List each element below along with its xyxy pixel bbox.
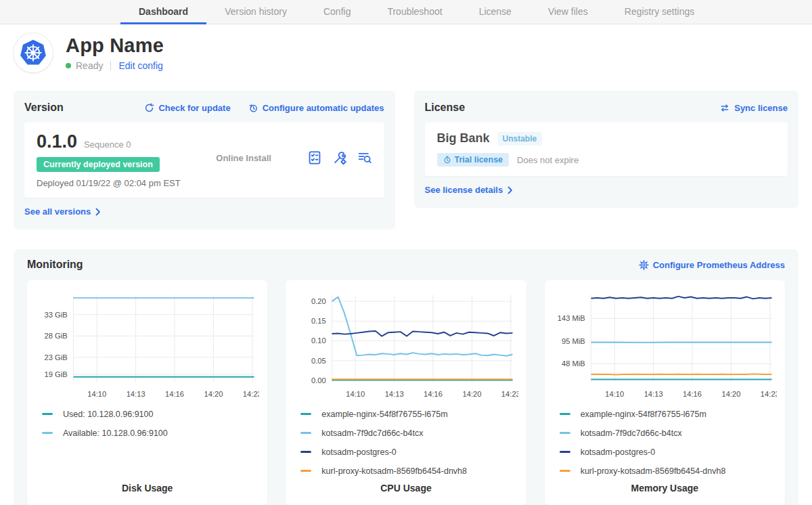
- configure-prometheus-link[interactable]: Configure Prometheus Address: [639, 260, 785, 270]
- gear-icon: [639, 260, 649, 270]
- see-license-details-link[interactable]: See license details: [425, 185, 514, 195]
- legend-label: kotsadm-7f9dc7d66c-b4tcx: [321, 429, 423, 438]
- legend-swatch: [300, 413, 311, 415]
- svg-text:48 MiB: 48 MiB: [562, 359, 585, 368]
- configure-automatic-updates-label: Configure automatic updates: [263, 103, 384, 113]
- monitoring-heading: Monitoring: [27, 259, 83, 271]
- chart-plot: 48 MiB95 MiB143 MiB14:1014:1314:1614:201…: [553, 288, 777, 402]
- license-card: License Sync license Big Bank Unstable: [414, 91, 799, 208]
- chevron-right-icon: [508, 186, 513, 194]
- edit-config-link[interactable]: Edit config: [118, 60, 162, 71]
- kubernetes-icon: [18, 37, 49, 68]
- legend-item: example-nginx-54f8f76755-l675m: [300, 405, 511, 424]
- configure-prometheus-label: Configure Prometheus Address: [653, 260, 785, 270]
- tab-registry-settings[interactable]: Registry settings: [606, 0, 713, 24]
- chart-title: CPU Usage: [294, 483, 518, 496]
- svg-text:0.15: 0.15: [311, 317, 326, 325]
- app-name: App Name: [66, 35, 164, 56]
- deployed-badge: Currently deployed version: [37, 157, 160, 172]
- legend-swatch: [300, 432, 311, 434]
- legend-label: Used: 10.128.0.96:9100: [63, 410, 153, 419]
- chart-plot: 0.000.050.100.150.2014:1014:1314:1614:20…: [294, 288, 518, 402]
- stopwatch-icon: [443, 156, 451, 164]
- legend-item: kotsadm-7f9dc7d66c-b4tcx: [300, 424, 511, 443]
- view-diff-icon[interactable]: [357, 150, 372, 165]
- monitoring-section: Monitoring Configure Prometheus Address: [14, 249, 798, 505]
- svg-text:19 GiB: 19 GiB: [45, 370, 68, 378]
- tab-troubleshoot[interactable]: Troubleshoot: [369, 0, 460, 24]
- version-number: 0.1.0: [37, 131, 77, 152]
- legend-label: kotsadm-postgres-0: [581, 447, 655, 457]
- chevron-right-icon: [95, 208, 101, 216]
- see-all-versions-label: See all versions: [24, 206, 91, 217]
- deployed-timestamp: Deployed 01/19/22 @ 02:04 pm EST: [37, 178, 181, 188]
- svg-text:28 GiB: 28 GiB: [45, 332, 68, 340]
- check-for-update-link[interactable]: Check for update: [144, 103, 230, 113]
- svg-text:14:13: 14:13: [127, 390, 145, 398]
- svg-text:14:20: 14:20: [463, 390, 482, 398]
- chart-title: Memory Usage: [553, 483, 777, 496]
- svg-text:14:23: 14:23: [243, 390, 259, 398]
- edit-config-gear-icon[interactable]: [332, 150, 347, 165]
- chart-legend: example-nginx-54f8f76755-l675mkotsadm-7f…: [553, 405, 777, 481]
- clock-refresh-icon: [248, 103, 258, 113]
- top-nav: Dashboard Version history Config Trouble…: [0, 0, 812, 24]
- legend-label: kotsadm-7f9dc7d66c-b4tcx: [581, 429, 682, 438]
- channel-badge: Unstable: [497, 132, 543, 146]
- sync-license-label: Sync license: [734, 103, 788, 113]
- legend-swatch: [300, 470, 311, 472]
- chart-plot: 19 GiB23 GiB28 GiB33 GiB14:1014:1314:161…: [35, 288, 259, 402]
- legend-label: Available: 10.128.0.96:9100: [63, 429, 168, 438]
- svg-text:0.00: 0.00: [311, 376, 326, 385]
- see-license-details-label: See license details: [425, 185, 503, 195]
- see-all-versions-link[interactable]: See all versions: [24, 206, 101, 217]
- svg-text:143 MiB: 143 MiB: [557, 314, 585, 322]
- legend-item: kurl-proxy-kotsadm-8569fb6454-dnvh8: [300, 462, 511, 481]
- check-for-update-label: Check for update: [158, 103, 230, 113]
- tab-dashboard[interactable]: Dashboard: [120, 0, 206, 24]
- legend-swatch: [560, 432, 570, 434]
- legend-label: kurl-proxy-kotsadm-8569fb6454-dnvh8: [321, 466, 467, 476]
- trial-license-label: Trial license: [455, 155, 503, 164]
- memory-usage-chart-card: 48 MiB95 MiB143 MiB14:1014:1314:1614:201…: [545, 280, 785, 505]
- current-version-box: 0.1.0 Sequence 0 Currently deployed vers…: [24, 123, 384, 198]
- chart-legend: Used: 10.128.0.96:9100Available: 10.128.…: [35, 405, 259, 443]
- refresh-icon: [144, 103, 154, 113]
- version-card: Version Check for update: [14, 91, 395, 229]
- legend-swatch: [560, 470, 570, 472]
- legend-item: example-nginx-54f8f76755-l675m: [560, 405, 770, 424]
- configure-automatic-updates-link[interactable]: Configure automatic updates: [248, 103, 384, 113]
- app-header: App Name Ready Edit config: [14, 33, 798, 72]
- tab-config[interactable]: Config: [305, 0, 369, 24]
- svg-text:14:10: 14:10: [605, 390, 624, 398]
- chart-legend: example-nginx-54f8f76755-l675mkotsadm-7f…: [294, 405, 518, 481]
- legend-item: kotsadm-7f9dc7d66c-b4tcx: [560, 424, 770, 443]
- license-box: Big Bank Unstable Trial license Does not…: [425, 123, 788, 176]
- legend-swatch: [300, 451, 311, 453]
- app-logo: [14, 33, 53, 72]
- svg-text:14:10: 14:10: [87, 390, 106, 398]
- svg-text:33 GiB: 33 GiB: [45, 311, 68, 319]
- svg-text:95 MiB: 95 MiB: [562, 337, 585, 345]
- svg-text:14:10: 14:10: [346, 390, 365, 398]
- svg-text:0.20: 0.20: [311, 297, 326, 305]
- svg-text:14:16: 14:16: [683, 390, 702, 398]
- tab-view-files[interactable]: View files: [530, 0, 606, 24]
- legend-item: kotsadm-postgres-0: [560, 443, 770, 462]
- preflight-checks-icon[interactable]: [307, 150, 322, 165]
- version-heading: Version: [24, 102, 64, 114]
- legend-item: kotsadm-postgres-0: [300, 443, 511, 462]
- version-sequence: Sequence 0: [84, 139, 131, 150]
- legend-label: kotsadm-postgres-0: [321, 447, 396, 457]
- tab-version-history[interactable]: Version history: [206, 0, 305, 24]
- svg-text:14:23: 14:23: [761, 390, 777, 398]
- sync-icon: [719, 103, 730, 113]
- legend-swatch: [560, 451, 570, 453]
- sync-license-link[interactable]: Sync license: [719, 103, 788, 113]
- legend-item: Available: 10.128.0.96:9100: [42, 424, 252, 443]
- tab-license[interactable]: License: [461, 0, 530, 24]
- install-type: Online Install: [181, 153, 307, 167]
- disk-usage-chart-card: 19 GiB23 GiB28 GiB33 GiB14:1014:1314:161…: [27, 280, 267, 505]
- legend-label: kurl-proxy-kotsadm-8569fb6454-dnvh8: [581, 466, 726, 476]
- divider: [110, 61, 111, 70]
